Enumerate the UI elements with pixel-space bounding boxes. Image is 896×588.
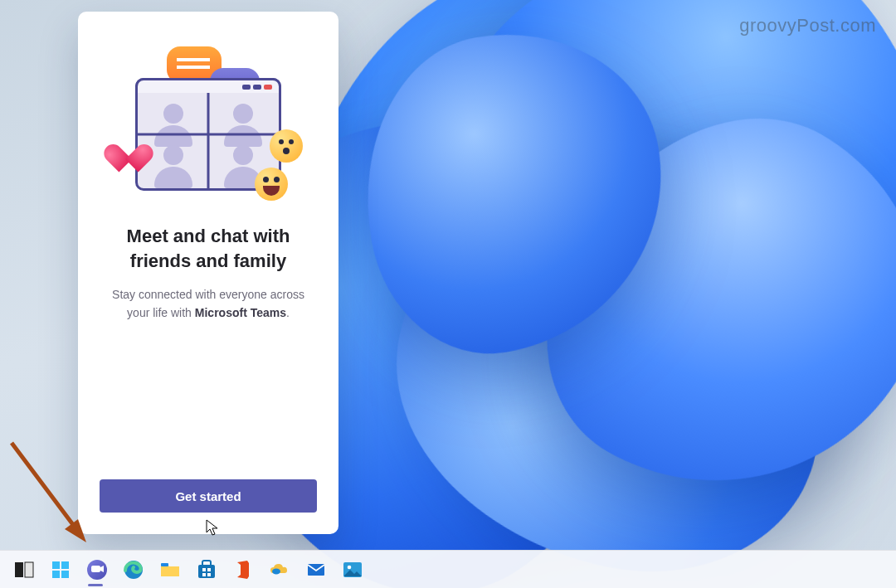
popup-subtext: Stay connected with everyone across your… [100, 286, 317, 322]
taskbar-onedrive-icon[interactable] [267, 557, 292, 582]
svg-rect-6 [52, 571, 60, 578]
taskbar-edge-icon[interactable] [121, 557, 146, 582]
taskbar-start-icon[interactable] [48, 557, 73, 582]
laughing-emoji-icon [255, 168, 288, 201]
taskbar-office-icon[interactable] [231, 557, 256, 582]
watermark-text: groovyPost.com [739, 15, 876, 36]
taskbar [0, 550, 896, 588]
svg-rect-18 [308, 564, 324, 576]
svg-rect-7 [61, 571, 69, 578]
teams-illustration [117, 43, 299, 201]
svg-rect-4 [52, 561, 60, 569]
svg-rect-2 [15, 562, 23, 577]
svg-rect-15 [202, 573, 206, 576]
taskbar-photos-icon[interactable] [340, 557, 365, 582]
teams-onboarding-popup: Meet and chat with friends and family St… [78, 12, 338, 534]
surprised-emoji-icon [270, 129, 303, 163]
taskbar-open-indicator [88, 584, 103, 586]
taskbar-file-explorer-icon[interactable] [158, 557, 183, 582]
mouse-cursor-icon [206, 519, 219, 537]
svg-rect-16 [207, 573, 211, 576]
svg-rect-9 [91, 566, 100, 572]
heart-reaction-icon [112, 133, 145, 163]
svg-rect-11 [161, 563, 168, 566]
svg-point-17 [272, 568, 280, 574]
svg-rect-13 [202, 568, 206, 571]
window-bar-icon [135, 78, 281, 93]
taskbar-chat-icon[interactable] [85, 557, 110, 582]
svg-rect-3 [25, 562, 33, 577]
get-started-button[interactable]: Get started [100, 479, 317, 513]
taskbar-store-icon[interactable] [194, 557, 219, 582]
svg-rect-14 [207, 568, 211, 571]
taskbar-task-view-icon[interactable] [12, 557, 37, 582]
svg-rect-5 [61, 561, 69, 569]
svg-rect-12 [198, 565, 215, 578]
popup-heading: Meet and chat with friends and family [100, 224, 317, 273]
svg-point-20 [348, 565, 352, 569]
taskbar-mail-icon[interactable] [304, 557, 329, 582]
